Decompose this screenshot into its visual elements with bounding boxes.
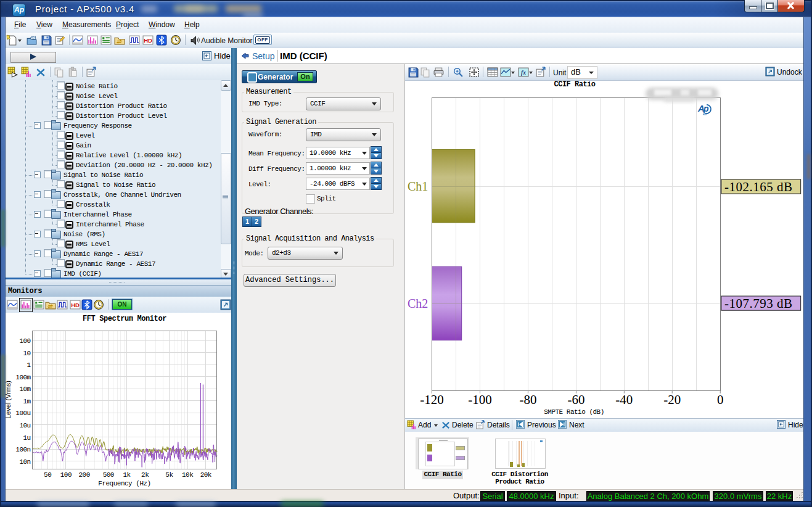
svg-text:fx: fx xyxy=(521,70,526,76)
svg-text:20k: 20k xyxy=(200,471,212,479)
svg-text:-120: -120 xyxy=(420,392,444,407)
svg-text:10m: 10m xyxy=(19,385,31,393)
svg-text:5k: 5k xyxy=(165,471,173,479)
svg-text:2k: 2k xyxy=(141,471,149,479)
svg-text:CCIF Ratio: CCIF Ratio xyxy=(554,80,595,89)
svg-text:200: 200 xyxy=(78,471,89,479)
svg-text:-40: -40 xyxy=(615,392,633,407)
svg-text:50: 50 xyxy=(44,471,51,479)
svg-text:10n: 10n xyxy=(19,458,30,466)
svg-text:1k: 1k xyxy=(123,471,131,479)
svg-text:SMPTE Ratio (dB): SMPTE Ratio (dB) xyxy=(544,408,604,416)
svg-text:-60: -60 xyxy=(567,392,584,407)
svg-text:1u: 1u xyxy=(23,434,30,442)
svg-text:FFT Spectrum Monitor: FFT Spectrum Monitor xyxy=(83,315,166,323)
svg-text:Level (Vrms): Level (Vrms) xyxy=(6,381,12,419)
svg-text:100m: 100m xyxy=(15,374,31,381)
svg-text:100: 100 xyxy=(60,471,72,479)
svg-text:HD: HD xyxy=(144,37,152,44)
svg-text:10: 10 xyxy=(23,350,30,357)
svg-text:-107.793 dB: -107.793 dB xyxy=(724,296,793,311)
svg-text:-100: -100 xyxy=(468,392,492,407)
svg-text:Ch2: Ch2 xyxy=(408,297,428,310)
svg-text:100u: 100u xyxy=(15,410,30,417)
svg-text:Frequency (Hz): Frequency (Hz) xyxy=(98,480,150,487)
svg-text:-80: -80 xyxy=(519,392,536,407)
svg-text:10k: 10k xyxy=(182,471,194,479)
svg-text:-20: -20 xyxy=(663,392,681,407)
svg-text:0: 0 xyxy=(717,392,724,407)
svg-text:HD: HD xyxy=(71,302,80,308)
svg-text:10u: 10u xyxy=(19,422,30,429)
svg-text:100: 100 xyxy=(19,337,30,345)
svg-text:500: 500 xyxy=(103,471,114,479)
svg-text:1m: 1m xyxy=(23,398,31,405)
svg-text:100n: 100n xyxy=(15,446,30,453)
svg-text:1: 1 xyxy=(27,361,31,369)
svg-text:Ch1: Ch1 xyxy=(408,179,428,193)
svg-text:-102.165 dB: -102.165 dB xyxy=(724,179,793,194)
